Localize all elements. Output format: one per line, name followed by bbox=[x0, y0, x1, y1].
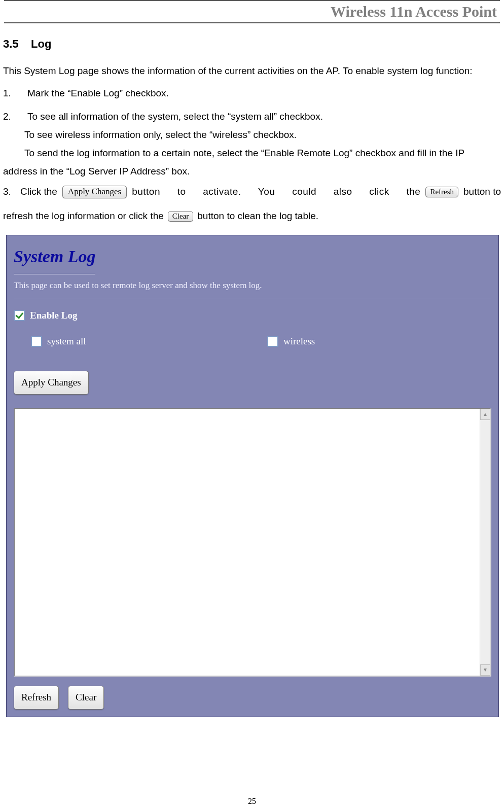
step-3-line2b: button to clean the log table. bbox=[197, 207, 318, 225]
panel-refresh-button[interactable]: Refresh bbox=[14, 686, 59, 710]
panel-apply-button[interactable]: Apply Changes bbox=[14, 371, 89, 395]
step-3-line2a: refresh the log information or click the bbox=[3, 207, 164, 225]
scroll-up-icon[interactable]: ▲ bbox=[480, 409, 490, 420]
wireless-label: wireless bbox=[283, 332, 315, 350]
intro-paragraph: This System Log page shows the informati… bbox=[3, 62, 501, 80]
filter-row: system all wireless bbox=[14, 332, 491, 350]
page-content: 3.5 Log This System Log page shows the i… bbox=[0, 23, 504, 717]
step-1-text: Mark the “Enable Log” checkbox. bbox=[27, 84, 169, 102]
document-page: Wireless 11n Access Point 3.5 Log This S… bbox=[0, 0, 504, 812]
panel-title: System Log bbox=[14, 240, 95, 275]
refresh-button[interactable]: Refresh bbox=[425, 187, 458, 198]
panel-clear-button[interactable]: Clear bbox=[68, 686, 104, 710]
panel-subtitle: This page can be used to set remote log … bbox=[14, 277, 491, 299]
step-2-line2: To see wireless information only, select… bbox=[3, 126, 501, 144]
page-number: 25 bbox=[0, 797, 504, 806]
enable-log-checkbox[interactable] bbox=[14, 310, 25, 321]
wireless-checkbox[interactable] bbox=[267, 336, 278, 347]
step-3-mid: button to activate. You could also click… bbox=[132, 183, 420, 201]
step-2-line1: To see all information of the system, se… bbox=[27, 108, 323, 126]
system-all-label: system all bbox=[47, 332, 86, 350]
enable-log-label: Enable Log bbox=[30, 306, 77, 325]
step-2-number: 2. bbox=[3, 108, 15, 126]
section-number: 3.5 bbox=[3, 38, 19, 50]
step-2-line3-text: To send the log information to a certain… bbox=[3, 148, 464, 176]
enable-log-row: Enable Log bbox=[14, 306, 491, 325]
panel-footer-buttons: Refresh Clear bbox=[14, 681, 491, 710]
step-2-line3: To send the log information to a certain… bbox=[3, 144, 501, 181]
step-3: 3. Click the Apply Changes button to act… bbox=[3, 183, 501, 201]
section-heading: 3.5 Log bbox=[3, 33, 501, 55]
step-3-line2: refresh the log information or click the… bbox=[3, 207, 501, 225]
step-3-pre: Click the bbox=[20, 183, 57, 201]
header-title: Wireless 11n Access Point bbox=[331, 3, 497, 20]
page-header: Wireless 11n Access Point bbox=[4, 0, 500, 23]
step-1-number: 1. bbox=[3, 84, 15, 102]
log-textarea[interactable]: ▲ ▼ bbox=[14, 408, 491, 677]
system-log-panel: System Log This page can be used to set … bbox=[6, 235, 499, 717]
apply-changes-button[interactable]: Apply Changes bbox=[62, 186, 127, 199]
step-3-number: 3. bbox=[3, 183, 15, 201]
system-all-checkbox[interactable] bbox=[31, 336, 42, 347]
section-title-text: Log bbox=[31, 38, 51, 50]
scrollbar[interactable]: ▲ ▼ bbox=[480, 409, 490, 676]
step-3-post: button to bbox=[463, 183, 501, 201]
scroll-down-icon[interactable]: ▼ bbox=[480, 664, 490, 676]
step-1: 1. Mark the “Enable Log” checkbox. bbox=[3, 84, 501, 102]
clear-button[interactable]: Clear bbox=[168, 211, 193, 222]
step-2: 2. To see all information of the system,… bbox=[3, 108, 501, 126]
